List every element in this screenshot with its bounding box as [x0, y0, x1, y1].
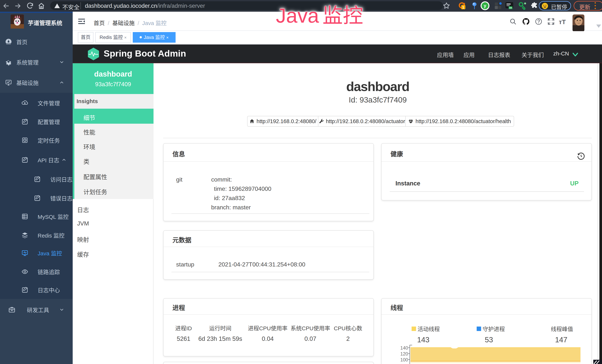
svg-text:1: 1	[462, 5, 464, 9]
svg-text:y: y	[484, 3, 486, 8]
svg-text:on: on	[509, 7, 512, 9]
